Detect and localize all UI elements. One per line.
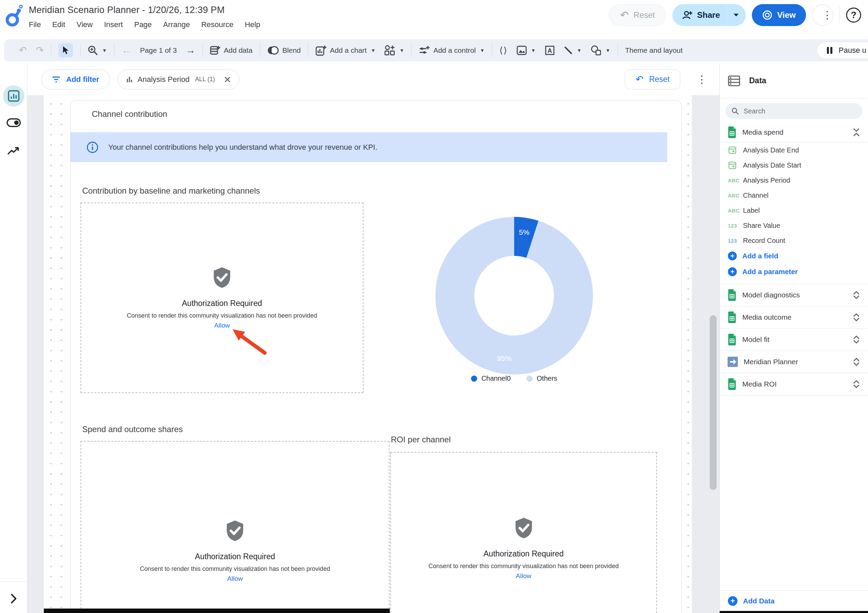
filter-chip-label: Analysis Period [138,75,190,84]
theme-layout-label: Theme and layout [625,46,683,54]
donut-slice-Others[interactable] [436,217,593,374]
allow-link[interactable]: Allow [516,572,531,580]
menu-insert[interactable]: Insert [104,20,123,29]
embed-code-button[interactable]: ⟨⟩ [495,46,512,55]
share-button[interactable]: Share [673,4,746,26]
report-title[interactable]: Meridian Scenario Planner - 1/20/26, 12:… [29,5,260,16]
eye-icon [762,10,772,20]
add-chart-button[interactable]: Add a chart ▼ [311,45,380,56]
add-data-label: Add data [224,46,253,54]
connector-icon [727,356,738,367]
page-indicator-label: Page 1 of 3 [140,46,177,54]
close-icon[interactable] [224,76,231,83]
menu-view[interactable]: View [76,20,93,29]
field-label[interactable]: ABC Label [720,203,868,218]
field-share-value[interactable]: 123 Share Value [720,218,868,233]
field-analysis-date-start[interactable]: Analysis Date Start [720,158,868,173]
chart2-auth-panel[interactable]: Authorization Required Consent to render… [81,441,389,613]
data-search-box[interactable] [725,103,863,119]
menu-page[interactable]: Page [134,20,152,29]
expand-icon[interactable] [852,290,860,300]
pause-updates-button[interactable]: Pause u [817,42,868,59]
insert-text-button[interactable]: A [540,45,560,56]
menu-file[interactable]: File [29,20,41,29]
menu-help[interactable]: Help [245,20,260,29]
add-a-field-button[interactable]: + Add a field [720,248,868,264]
insert-line-button[interactable]: ▼ [560,46,586,55]
field-record-count[interactable]: 123 Record Count [720,233,868,248]
expand-icon[interactable] [852,357,860,367]
data-source-meridian-planner[interactable]: Meridian Planner [720,351,868,373]
chart3-auth-panel[interactable]: Authorization Required Consent to render… [390,452,657,613]
share-dropdown-caret[interactable] [727,13,746,17]
add-data-bottom-button[interactable]: + Add Data [720,590,868,611]
data-source-model-fit[interactable]: Model fit [720,329,868,351]
legend-item-channel0[interactable]: Channel0 [471,374,511,382]
menu-resource[interactable]: Resource [201,20,233,29]
canvas-scrollbar[interactable] [710,315,717,490]
undo-button[interactable]: ↶ [14,46,31,55]
calendar-icon [728,146,737,155]
rail-controls-tool[interactable] [6,118,21,127]
report-canvas[interactable]: Channel contribution Your channel contri… [27,95,719,613]
bar-chart-icon [8,90,20,102]
expand-icon[interactable] [852,335,860,345]
data-panel-header: Data [720,64,868,98]
chart1-auth-panel[interactable]: Authorization Required Consent to render… [81,203,363,393]
more-options-button[interactable]: ⋮ [812,5,833,26]
field-analysis-date-end[interactable]: Analysis Date End [720,143,868,158]
blend-button[interactable]: Blend [263,46,305,55]
data-source-name: Model fit [742,335,847,344]
add-a-parameter-button[interactable]: + Add a parameter [720,264,868,279]
select-tool-active[interactable] [54,43,78,57]
insert-image-button[interactable]: ▼ [512,46,540,55]
field-analysis-period[interactable]: ABC Analysis Period [720,173,868,188]
sheets-icon [727,378,737,390]
info-icon [86,141,99,154]
menu-edit[interactable]: Edit [52,20,65,29]
help-icon[interactable]: ? [846,8,861,23]
filter-reset-button[interactable]: ↶ Reset [625,70,680,89]
cursor-icon [62,46,70,55]
reset-button-disabled[interactable]: ↶ Reset [609,4,666,26]
donut-chart[interactable]: 5%95% [432,213,596,378]
add-data-button[interactable]: Add data [206,45,257,56]
theme-and-layout-button[interactable]: Theme and layout [621,46,687,54]
redo-button[interactable]: ↷ [31,46,48,55]
prev-page-button[interactable]: ← [117,46,136,55]
menu-arrange[interactable]: Arrange [163,20,190,29]
zoom-tool[interactable]: ▼ [83,45,111,56]
legend-item-others[interactable]: Others [527,374,557,382]
legend-dot [527,376,533,382]
add-filter-button[interactable]: Add filter [41,70,110,89]
collapse-icon[interactable] [852,127,860,137]
community-visualizations-button[interactable]: ▼ [380,45,409,56]
next-page-button[interactable]: → [181,46,200,55]
window-bottom-edge [720,611,868,613]
expand-icon[interactable] [852,379,860,389]
data-source-media-roi[interactable]: Media ROI [720,373,868,396]
page-indicator[interactable]: Page 1 of 3 [136,46,181,54]
blend-label: Blend [282,46,301,54]
data-source-media-spend[interactable]: Media spend [720,122,868,142]
analysis-period-filter-chip[interactable]: Analysis Period ALL (1) [118,70,239,89]
data-source-media-outcome[interactable]: Media outcome [720,306,868,329]
rail-expand-button[interactable] [10,593,17,604]
field-channel[interactable]: ABC Channel [720,188,868,203]
slice-data-label: 95% [497,354,512,362]
top-actions: ↶ Reset Share [609,3,861,26]
rail-report-tool-active[interactable] [3,85,24,107]
data-source-model-diagnostics[interactable]: Model diagnostics [720,284,868,306]
view-button[interactable]: View [752,4,806,26]
redo-icon: ↷ [36,46,43,55]
add-control-button[interactable]: Add a control ▼ [414,45,489,56]
line-icon [564,46,573,55]
data-panel: Data Media spend [719,64,868,613]
allow-link[interactable]: Allow [227,575,243,582]
rail-trends-tool[interactable] [7,146,20,156]
insert-shape-button[interactable]: ▼ [586,45,615,56]
expand-icon[interactable] [852,312,860,322]
text-box-icon: A [545,45,555,56]
filter-bar-more-button[interactable]: ⋮ [697,74,707,85]
data-search-input[interactable] [744,107,856,115]
